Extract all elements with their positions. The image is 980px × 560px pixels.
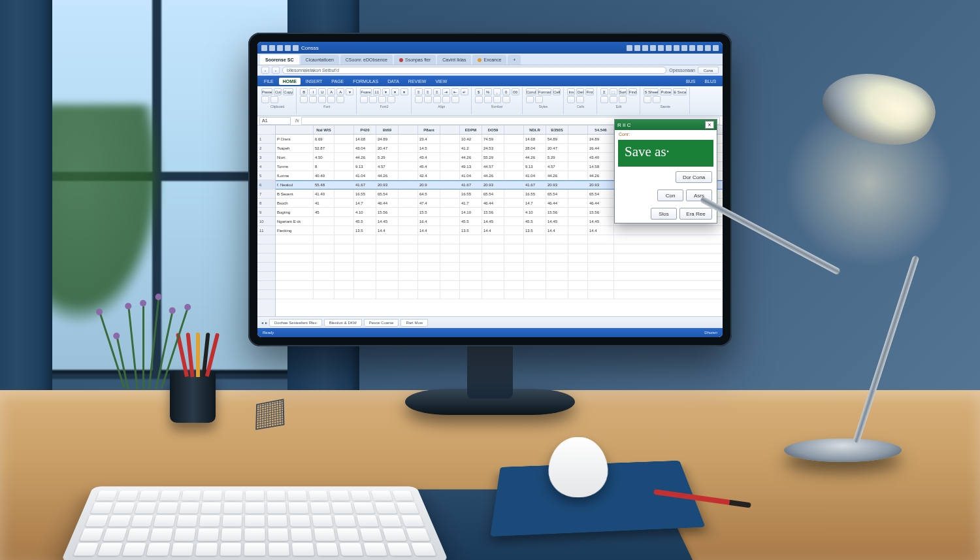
ribbon-button[interactable]: Pubte	[660, 88, 672, 95]
cell[interactable]	[335, 226, 354, 235]
ribbon-button[interactable]: 11	[373, 88, 381, 95]
ribbon-button[interactable]	[336, 96, 344, 103]
cell[interactable]: 55.29	[482, 153, 504, 161]
row-label-cell[interactable]: Fiecking	[276, 226, 314, 235]
cell[interactable]: 15.56	[376, 208, 399, 216]
ribbon-button[interactable]: ‚	[493, 88, 501, 95]
cell[interactable]: 14.68	[524, 135, 546, 143]
cell[interactable]: 42.4	[418, 171, 440, 180]
cell[interactable]	[335, 153, 354, 161]
row-header[interactable]	[257, 263, 275, 272]
ribbon-tab[interactable]: FILE	[260, 78, 278, 85]
system-icon[interactable]	[285, 45, 291, 51]
row-header[interactable]	[257, 290, 275, 299]
cell[interactable]: 20.93	[588, 181, 614, 189]
cell[interactable]	[376, 272, 399, 280]
cell[interactable]: 15.5	[418, 208, 440, 216]
cell[interactable]	[524, 235, 546, 244]
ribbon-button[interactable]	[442, 96, 450, 103]
ribbon-button[interactable]	[576, 96, 584, 103]
cell[interactable]: 46.44	[376, 199, 399, 207]
cell[interactable]	[546, 254, 568, 262]
column-header[interactable]	[276, 125, 314, 134]
cell[interactable]	[335, 244, 354, 253]
cell[interactable]	[399, 162, 418, 171]
cell[interactable]	[314, 272, 335, 280]
ribbon-tab[interactable]: DATA	[384, 78, 403, 85]
cell[interactable]	[504, 162, 524, 171]
cell[interactable]	[568, 244, 588, 253]
table-row[interactable]	[276, 272, 723, 281]
cell[interactable]	[460, 235, 482, 244]
cell[interactable]	[588, 235, 614, 244]
row-header[interactable]: 9	[257, 208, 275, 217]
cell[interactable]: 41.2	[460, 144, 482, 152]
cell[interactable]	[546, 235, 568, 244]
cell[interactable]	[440, 189, 460, 198]
cell[interactable]	[440, 272, 460, 280]
ribbon-button[interactable]: ▾	[382, 88, 390, 95]
cell[interactable]: 14.45	[588, 217, 614, 225]
browser-tab[interactable]: Cavint Iklas	[437, 55, 471, 65]
dialog-titlebar[interactable]: R II C ×	[615, 120, 717, 130]
row-header[interactable]	[257, 235, 275, 244]
cell[interactable]	[482, 272, 504, 280]
cell[interactable]: 9.13	[524, 162, 546, 171]
cell[interactable]	[460, 263, 482, 271]
cell[interactable]	[568, 281, 588, 289]
sheet-tab[interactable]: Pesce Cuarse	[364, 319, 399, 327]
column-header[interactable]: P420	[354, 125, 376, 134]
cell[interactable]	[418, 263, 440, 271]
cell[interactable]	[504, 263, 524, 271]
column-header[interactable]	[504, 125, 524, 134]
cell[interactable]	[568, 263, 588, 271]
cell[interactable]	[440, 290, 460, 299]
cell[interactable]: 14.45	[546, 217, 568, 225]
cell[interactable]: 46.44	[482, 199, 504, 207]
cell[interactable]	[335, 171, 354, 180]
cell[interactable]	[504, 199, 524, 207]
row-label-cell[interactable]	[276, 290, 314, 299]
cell[interactable]: 20.93	[546, 181, 568, 189]
cell[interactable]: 4.50	[314, 153, 335, 161]
cell[interactable]	[504, 181, 524, 189]
cell[interactable]	[418, 235, 440, 244]
cell[interactable]: 41.67	[460, 181, 482, 189]
cell[interactable]	[524, 254, 546, 262]
cell[interactable]	[399, 153, 418, 161]
cell[interactable]: 41.67	[354, 181, 376, 189]
cell[interactable]	[524, 272, 546, 280]
cell[interactable]: 45.4	[418, 162, 440, 171]
cell[interactable]	[568, 135, 588, 143]
cell[interactable]: 8	[314, 162, 335, 171]
cell[interactable]: 16.55	[524, 189, 546, 198]
cell[interactable]	[376, 290, 399, 299]
table-row[interactable]: Fiecking13.514.414.413.514.413.514.414.4	[276, 226, 723, 235]
cell[interactable]	[376, 235, 399, 244]
table-row[interactable]	[276, 290, 723, 299]
ribbon-button[interactable]	[451, 96, 459, 103]
column-header[interactable]	[568, 125, 588, 134]
cell[interactable]: 74.59	[482, 135, 504, 143]
cell[interactable]: 41.40	[314, 189, 335, 198]
ribbon-button[interactable]: S Sheel	[644, 88, 659, 95]
cell[interactable]	[399, 235, 418, 244]
cell[interactable]: 20.93	[376, 181, 399, 189]
ribbon-qat[interactable]: BUS	[682, 78, 699, 85]
ribbon-button[interactable]: A	[336, 88, 344, 95]
ribbon-button[interactable]	[387, 96, 395, 103]
cell[interactable]	[418, 290, 440, 299]
cell[interactable]: 26.44	[588, 144, 614, 152]
ribbon-button[interactable]: Cell	[553, 88, 561, 95]
cell[interactable]	[568, 144, 588, 152]
cell[interactable]	[335, 217, 354, 225]
system-icon[interactable]	[666, 45, 672, 51]
ribbon-button[interactable]: ≡	[424, 88, 432, 95]
fwd-button[interactable]: ›	[272, 67, 280, 74]
sheet-nav-icon[interactable]: ◂	[261, 320, 263, 325]
cell[interactable]	[568, 290, 588, 299]
ribbon-button[interactable]: Copy	[283, 88, 293, 95]
cell[interactable]	[524, 281, 546, 289]
cell[interactable]	[354, 263, 376, 271]
dialog-eraree-button[interactable]: Era Ree	[679, 208, 712, 220]
